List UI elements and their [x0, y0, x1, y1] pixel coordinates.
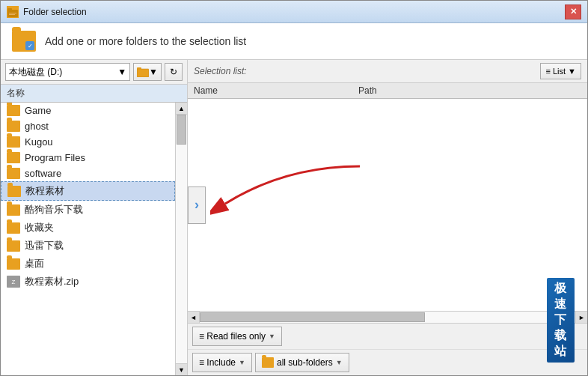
item-name: Kugou	[25, 136, 53, 148]
column-path-header: Path	[358, 85, 581, 96]
folder-icon	[7, 240, 20, 252]
drive-selector[interactable]: 本地磁盘 (D:) ▼	[5, 63, 130, 81]
bottom-toolbar: ≡ Read files only ▼ ≡ Include ▼ all sub-…	[188, 323, 587, 375]
item-name: 教程素材	[25, 184, 64, 198]
folder-icon	[7, 258, 20, 270]
window-title: Folder selection	[23, 7, 565, 17]
list-item[interactable]: Game	[1, 103, 175, 118]
scroll-up-button[interactable]: ▲	[176, 103, 187, 115]
read-files-dropdown-arrow: ▼	[269, 333, 275, 340]
svg-rect-1	[7, 8, 12, 11]
instruction-arrow	[210, 159, 397, 256]
table-content: ›	[188, 99, 587, 311]
title-bar: Folder selection ✕	[1, 1, 587, 23]
folder-list-wrap: GameghostKugouProgram Filessoftware教程素材酷…	[1, 103, 175, 375]
list-item[interactable]: software	[1, 166, 175, 181]
left-toolbar: 本地磁盘 (D:) ▼ ▼ ↻	[1, 60, 187, 85]
folder-list-header: 名称	[1, 85, 187, 103]
include-dropdown[interactable]: ≡ Include ▼	[192, 353, 252, 372]
title-bar-icon	[7, 6, 19, 18]
scroll-track	[176, 115, 187, 363]
folder-icon	[7, 105, 20, 116]
zip-icon: Z	[7, 276, 20, 288]
header-folder-icon: ✓	[12, 31, 36, 52]
selection-label: Selection list:	[194, 66, 247, 76]
close-button[interactable]: ✕	[565, 4, 581, 19]
main-content: 本地磁盘 (D:) ▼ ▼ ↻ 名称	[1, 60, 587, 375]
item-name: 酷狗音乐下载	[25, 203, 83, 216]
horiz-scroll-thumb[interactable]	[200, 312, 425, 322]
right-panel: Selection list: ≡ List ▼ Name Path ›	[188, 60, 587, 375]
left-panel-inner: GameghostKugouProgram Filessoftware教程素材酷…	[1, 103, 187, 375]
folder-browse-button[interactable]: ▼	[133, 63, 162, 81]
add-folder-arrow-area: ›	[188, 187, 206, 224]
read-files-dropdown[interactable]: ≡ Read files only ▼	[192, 327, 282, 346]
scroll-right-button[interactable]: ►	[575, 312, 587, 324]
folder-icon	[7, 168, 20, 179]
item-name: Program Files	[25, 152, 85, 163]
list-item[interactable]: 教程素材	[1, 181, 175, 201]
include-row: ≡ Include ▼ all sub-folders ▼	[188, 350, 587, 375]
list-item[interactable]: Program Files	[1, 150, 175, 166]
main-window: Folder selection ✕ ✓ Add one or more fol…	[0, 0, 588, 376]
header-area: ✓ Add one or more folders to the selecti…	[1, 23, 587, 60]
subfolder-icon	[262, 357, 274, 368]
folder-list[interactable]: GameghostKugouProgram Filessoftware教程素材酷…	[1, 103, 175, 375]
left-vertical-scrollbar[interactable]: ▲ ▼	[175, 103, 187, 375]
horiz-scroll-track	[200, 312, 575, 323]
subfolders-dropdown-arrow: ▼	[336, 359, 343, 366]
selection-header: Selection list: ≡ List ▼	[188, 60, 587, 83]
item-name: 迅雷下载	[25, 239, 64, 252]
scroll-down-button[interactable]: ▼	[176, 363, 187, 375]
table-header: Name Path	[188, 83, 587, 99]
item-name: software	[25, 168, 61, 179]
list-item[interactable]: Kugou	[1, 134, 175, 150]
include-dropdown-arrow: ▼	[239, 359, 245, 366]
folder-icon	[7, 121, 20, 132]
item-name: 教程素材.zip	[25, 275, 79, 288]
header-title: Add one or more folders to the selection…	[45, 35, 246, 47]
list-view-button[interactable]: ≡ List ▼	[540, 63, 581, 79]
read-files-row: ≡ Read files only ▼	[188, 324, 587, 350]
item-name: Game	[25, 105, 51, 116]
left-panel: 本地磁盘 (D:) ▼ ▼ ↻ 名称	[1, 60, 188, 375]
folder-icon	[7, 186, 21, 197]
svg-rect-3	[9, 14, 15, 15]
folder-icon	[7, 204, 20, 216]
scroll-left-button[interactable]: ◄	[188, 312, 200, 324]
folder-icon	[7, 222, 20, 234]
list-item[interactable]: 酷狗音乐下载	[1, 201, 175, 219]
item-name: 收藏夹	[25, 221, 54, 234]
folder-icon	[7, 136, 20, 148]
list-item[interactable]: 迅雷下载	[1, 237, 175, 255]
list-item[interactable]: 收藏夹	[1, 219, 175, 237]
list-item[interactable]: ghost	[1, 118, 175, 134]
list-item[interactable]: Z教程素材.zip	[1, 273, 175, 291]
folder-icon	[7, 152, 20, 163]
item-name: ghost	[25, 121, 49, 132]
scroll-thumb[interactable]	[177, 115, 186, 145]
item-name: 桌面	[25, 257, 44, 270]
all-subfolders-dropdown[interactable]: all sub-folders ▼	[255, 353, 349, 372]
svg-rect-2	[9, 13, 16, 13]
header-check-icon: ✓	[25, 41, 34, 50]
list-item[interactable]: 桌面	[1, 255, 175, 273]
watermark-text: 极速下载站	[547, 278, 575, 363]
horizontal-scrollbar[interactable]: ◄ ►	[188, 311, 587, 323]
add-folder-button[interactable]: ›	[188, 187, 206, 224]
refresh-button[interactable]: ↻	[165, 63, 183, 81]
column-name-header: Name	[194, 85, 358, 96]
